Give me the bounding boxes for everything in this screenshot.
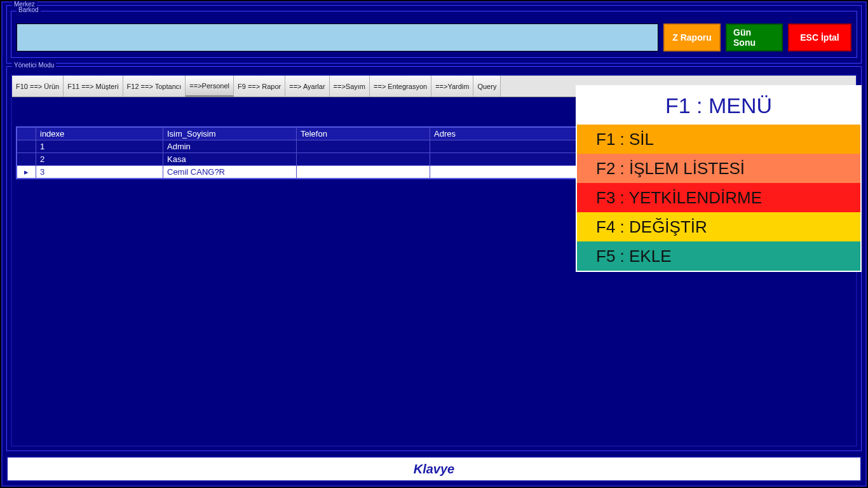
tab-6[interactable]: ==>Sayım <box>330 76 370 97</box>
cell[interactable] <box>297 153 430 166</box>
cell[interactable]: Kasa <box>163 153 297 166</box>
esc-iptal-button[interactable]: ESC İptal <box>788 24 851 51</box>
context-menu-item-4[interactable]: F5 : EKLE <box>577 241 860 271</box>
barcode-input[interactable] <box>17 24 658 51</box>
row-indicator-icon: ▸ <box>17 166 36 179</box>
tab-7[interactable]: ==> Entegrasyon <box>370 76 431 97</box>
context-menu-item-3[interactable]: F4 : DEĞİŞTİR <box>577 212 860 241</box>
context-menu-item-2[interactable]: F3 : YETKİLENDİRME <box>577 183 860 212</box>
col-header-2[interactable]: Telefon <box>297 128 430 140</box>
cell[interactable]: 1 <box>36 140 163 153</box>
row-indicator-icon <box>17 140 36 153</box>
yonetici-legend: Yönetici Modu <box>12 62 56 69</box>
gun-sonu-button[interactable]: Gün Sonu <box>726 24 783 51</box>
tab-3[interactable]: ==>Personel <box>186 76 234 97</box>
tab-0[interactable]: F10 ==> Ürün <box>12 76 64 97</box>
z-raporu-button[interactable]: Z Raporu <box>663 24 721 51</box>
merkez-frame: Merkez Barkod Z Raporu Gün Sonu ESC İpta… <box>6 5 862 64</box>
tab-4[interactable]: F9 ==> Rapor <box>234 76 285 97</box>
cell[interactable]: Admin <box>163 140 297 153</box>
cell[interactable]: Cemil CANG?R <box>163 166 297 179</box>
row-indicator-icon <box>17 153 36 166</box>
tab-8[interactable]: ==>Yardim <box>431 76 473 97</box>
col-header-1[interactable]: Isim_Soyisim <box>163 128 297 140</box>
context-menu-header[interactable]: F1 : MENÜ <box>577 86 860 125</box>
tab-1[interactable]: F11 ==> Müşteri <box>64 76 123 97</box>
cell[interactable] <box>297 140 430 153</box>
cell[interactable] <box>297 166 430 179</box>
tab-9[interactable]: Query <box>473 76 501 97</box>
context-menu: F1 : MENÜ F1 : SİLF2 : İŞLEM LİSTESİF3 :… <box>576 85 862 272</box>
context-menu-item-0[interactable]: F1 : SİL <box>577 125 860 154</box>
cell[interactable]: 3 <box>36 166 163 179</box>
barkod-legend: Barkod <box>17 6 41 13</box>
col-header-0[interactable]: indexe <box>36 128 163 140</box>
context-menu-item-1[interactable]: F2 : İŞLEM LİSTESİ <box>577 154 860 183</box>
tab-2[interactable]: F12 ==> Toptancı <box>123 76 186 97</box>
cell[interactable]: 2 <box>36 153 163 166</box>
tab-5[interactable]: ==> Ayarlar <box>285 76 329 97</box>
klavye-button[interactable]: Klavye <box>6 456 862 482</box>
barkod-frame: Barkod Z Raporu Gün Sonu ESC İptal <box>11 11 857 58</box>
col-indicator <box>17 128 36 140</box>
